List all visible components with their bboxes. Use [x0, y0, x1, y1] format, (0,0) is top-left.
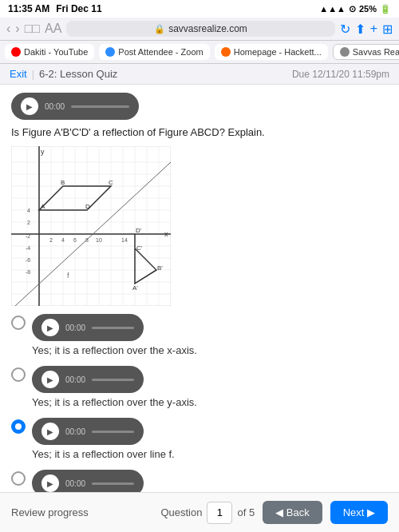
main-audio-time: 00:00 [45, 102, 65, 111]
signal-icon: ▲▲▲ [319, 4, 346, 14]
svg-text:2: 2 [27, 220, 30, 225]
status-bar: 11:35 AM Fri Dec 11 ▲▲▲ ⊙ 25% 🔋 [0, 0, 399, 18]
svg-text:x: x [164, 230, 168, 238]
due-date: Due 12/11/20 11:59pm [292, 69, 389, 80]
forward-browser-button[interactable]: › [15, 22, 19, 36]
review-progress-button[interactable]: Review progress [11, 502, 89, 523]
svg-text:-4: -4 [26, 245, 30, 251]
svg-text:4: 4 [61, 237, 65, 243]
radio-2[interactable] [11, 367, 26, 382]
question-number-input[interactable] [207, 502, 232, 524]
svg-text:D': D' [136, 227, 142, 234]
tab-label-homepage: Homepage - Hackett... [234, 47, 322, 57]
audio-player-1[interactable]: ▶ 00:00 [32, 314, 144, 341]
exit-button[interactable]: Exit [10, 68, 27, 80]
bottom-bar: Review progress Question of 5 ◀ Back Nex… [0, 492, 399, 532]
tab-dot-zoom [105, 47, 115, 57]
bookmarks-button[interactable]: □□ [25, 22, 40, 36]
new-tab-button[interactable]: + [370, 22, 377, 36]
question-nav: Question of 5 [160, 502, 255, 524]
audio-bar-2[interactable] [92, 379, 134, 381]
svg-text:4: 4 [27, 208, 30, 213]
svg-text:C: C [109, 179, 113, 186]
audio-bar-4[interactable] [92, 482, 134, 485]
audio-player-3[interactable]: ▶ 00:00 [32, 418, 144, 445]
battery-icon: 🔋 [380, 4, 391, 14]
audio-time-3: 00:00 [65, 427, 85, 436]
radio-1[interactable] [11, 316, 26, 330]
of-label: of 5 [237, 506, 255, 518]
play-button-4[interactable]: ▶ [41, 474, 59, 492]
option-3-content: ▶ 00:00 Yes; it is a reflection over lin… [32, 418, 175, 460]
question-text: Is Figure A'B'C'D' a reflection of Figur… [11, 126, 388, 138]
option-text-2: Yes; it is a reflection over the y-axis. [32, 396, 197, 408]
play-button-1[interactable]: ▶ [41, 319, 59, 336]
back-nav-button[interactable]: ◀ Back [263, 501, 322, 524]
tab-youtube[interactable]: Dakiti - YouTube [5, 44, 94, 60]
coordinate-graph: y x 2 4 6 8 10 14 2 4 -2 -4 -6 -8 [11, 146, 171, 306]
svg-text:14: 14 [121, 237, 128, 243]
question-area: ▶ 00:00 Is Figure A'B'C'D' a reflection … [0, 85, 399, 530]
tab-label-savvas: Savvas Realize [353, 47, 399, 57]
radio-4[interactable] [11, 471, 26, 486]
option-text-1: Yes; it is a reflection over the x-axis. [32, 344, 197, 356]
aa-button[interactable]: AA [45, 22, 61, 36]
option-3: ▶ 00:00 Yes; it is a reflection over lin… [11, 418, 388, 460]
share-button[interactable]: ⬆ [355, 22, 365, 37]
battery: 25% [359, 4, 377, 14]
svg-text:B': B' [157, 264, 163, 272]
main-play-button[interactable]: ▶ [21, 97, 38, 115]
wifi-icon: ⊙ [349, 4, 356, 14]
svg-text:C': C' [136, 244, 143, 252]
main-content: ▶ 00:00 Is Figure A'B'C'D' a reflection … [0, 85, 399, 532]
tab-dot-youtube [11, 47, 21, 57]
tab-label-zoom: Post Attendee - Zoom [118, 47, 203, 57]
tab-dot-savvas [340, 47, 350, 57]
next-nav-button[interactable]: Next ▶ [330, 501, 388, 524]
address-bar[interactable]: 🔒 savvasrealize.com [66, 21, 334, 37]
svg-text:D: D [85, 203, 90, 210]
tab-dot-homepage [221, 47, 231, 57]
audio-bar-1[interactable] [92, 327, 134, 329]
url-text: savvasrealize.com [168, 23, 247, 34]
graph-container: y x 2 4 6 8 10 14 2 4 -2 -4 -6 -8 [11, 146, 171, 306]
option-2-content: ▶ 00:00 Yes; it is a reflection over the… [32, 366, 197, 408]
tabs-button[interactable]: ⊞ [382, 22, 393, 37]
audio-player-2[interactable]: ▶ 00:00 [32, 366, 144, 393]
browser-bar: ‹ › □□ AA 🔒 savvasrealize.com ↻ ⬆ + ⊞ [0, 18, 399, 41]
svg-text:10: 10 [96, 237, 102, 243]
audio-bar-3[interactable] [92, 431, 134, 433]
option-1: ▶ 00:00 Yes; it is a reflection over the… [11, 314, 388, 356]
svg-text:2: 2 [49, 237, 53, 243]
audio-time-4: 00:00 [65, 479, 85, 488]
radio-3[interactable] [11, 419, 26, 434]
svg-text:y: y [41, 148, 45, 156]
tab-homepage[interactable]: Homepage - Hackett... [215, 44, 328, 60]
play-button-3[interactable]: ▶ [41, 423, 59, 440]
svg-text:-8: -8 [26, 269, 30, 275]
svg-text:A: A [41, 203, 45, 210]
quiz-title: 6-2: Lesson Quiz [39, 68, 117, 80]
svg-text:6: 6 [73, 237, 77, 243]
tab-savvas[interactable]: Savvas Realize [333, 44, 399, 60]
svg-text:-6: -6 [26, 257, 30, 263]
tab-bar: Dakiti - YouTube Post Attendee - Zoom Ho… [0, 41, 399, 64]
time: 11:35 AM [8, 3, 49, 14]
tab-label-youtube: Dakiti - YouTube [24, 47, 88, 57]
tab-zoom[interactable]: Post Attendee - Zoom [99, 44, 209, 60]
option-2: ▶ 00:00 Yes; it is a reflection over the… [11, 366, 388, 408]
option-text-3: Yes; it is a reflection over line f. [32, 448, 175, 460]
back-browser-button[interactable]: ‹ [6, 22, 10, 36]
main-audio-bar[interactable] [71, 105, 129, 108]
radio-inner-3 [15, 423, 22, 430]
svg-text:A': A' [132, 284, 138, 292]
lock-icon: 🔒 [154, 24, 165, 34]
play-button-2[interactable]: ▶ [41, 371, 59, 388]
question-label: Question [160, 506, 202, 518]
audio-time-1: 00:00 [65, 324, 85, 332]
date: Fri Dec 11 [56, 3, 101, 14]
reload-button[interactable]: ↻ [340, 22, 350, 37]
svg-text:B: B [61, 179, 65, 186]
main-audio-player[interactable]: ▶ 00:00 [11, 93, 139, 120]
svg-text:-2: -2 [26, 233, 30, 239]
